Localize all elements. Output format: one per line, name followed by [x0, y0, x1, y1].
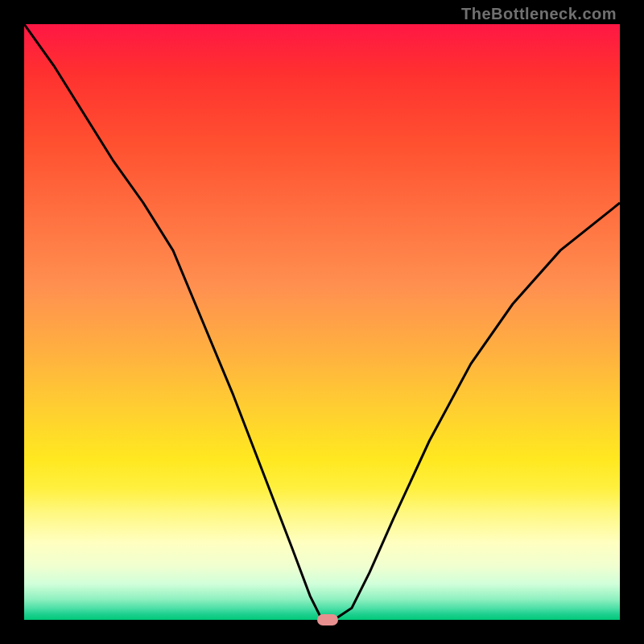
watermark: TheBottleneck.com: [461, 5, 617, 23]
bottleneck-marker: [317, 614, 338, 625]
chart-container: TheBottleneck.com: [0, 0, 644, 644]
bottleneck-curve: [24, 24, 620, 620]
